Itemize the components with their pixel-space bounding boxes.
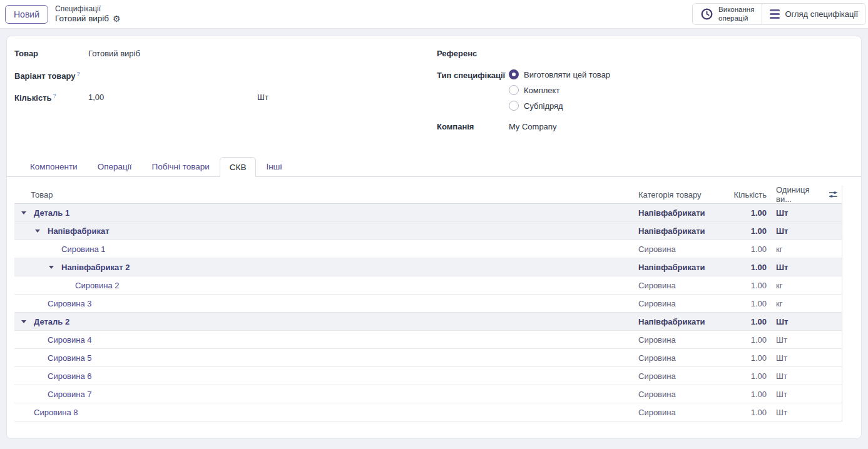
category-cell: Напівфабрикати bbox=[638, 317, 726, 326]
table-row[interactable]: Сировина 3 Сировина 1.00 кг bbox=[14, 295, 842, 313]
column-header-category[interactable]: Категорія товару bbox=[638, 190, 726, 199]
radio-unchecked-icon[interactable] bbox=[509, 85, 519, 95]
column-header-quantity[interactable]: Кількість bbox=[726, 190, 767, 199]
product-name-link[interactable]: Деталь 2 bbox=[34, 317, 69, 326]
quantity-cell: 1.00 bbox=[726, 390, 767, 399]
quantity-cell: 1.00 bbox=[726, 226, 767, 236]
variant-label: Варіант товару? bbox=[14, 69, 88, 83]
category-cell: Сировина bbox=[638, 353, 726, 363]
table-row[interactable]: Сировина 1 Сировина 1.00 кг bbox=[14, 240, 842, 258]
product-value[interactable]: Готовий виріб bbox=[88, 48, 140, 61]
quantity-uom[interactable]: Шт bbox=[257, 93, 268, 105]
category-cell: Сировина bbox=[638, 299, 726, 308]
caret-down-icon[interactable] bbox=[49, 266, 61, 269]
product-name-link[interactable]: Сировина 1 bbox=[61, 245, 106, 254]
table-row[interactable]: Сировина 5 Сировина 1.00 Шт bbox=[14, 349, 842, 367]
caret-down-icon[interactable] bbox=[21, 320, 34, 323]
form-sheet: Товар Готовий виріб Варіант товару? Кіль… bbox=[6, 36, 862, 439]
execute-operations-label-line1: Виконання bbox=[718, 6, 754, 13]
column-header-product[interactable]: Товар bbox=[14, 190, 638, 199]
uom-cell: Шт bbox=[767, 390, 822, 399]
sliders-icon[interactable] bbox=[829, 190, 838, 199]
bom-overview-button[interactable]: Огляд специфікації bbox=[762, 4, 865, 25]
form-area: Товар Готовий виріб Варіант товару? Кіль… bbox=[7, 36, 861, 143]
help-icon[interactable]: ? bbox=[76, 71, 79, 77]
product-name-link[interactable]: Сировина 7 bbox=[48, 390, 92, 399]
quantity-cell: 1.00 bbox=[726, 263, 767, 272]
field-variant: Варіант товару? bbox=[14, 69, 437, 83]
tab-components[interactable]: Компоненти bbox=[20, 157, 88, 176]
table-row[interactable]: Сировина 8 Сировина 1.00 Шт bbox=[14, 403, 842, 421]
quantity-cell: 1.00 bbox=[726, 335, 767, 345]
table-row[interactable]: Сировина 7 Сировина 1.00 Шт bbox=[14, 385, 842, 403]
company-label: Компанія bbox=[437, 121, 509, 134]
execute-operations-label-line2: операцій bbox=[718, 14, 748, 22]
category-cell: Сировина bbox=[638, 281, 726, 290]
category-cell: Напівфабрикати bbox=[638, 263, 726, 272]
radio-checked-icon[interactable] bbox=[509, 69, 519, 79]
field-bom-type: Тип специфікації Виготовляти цей товар К… bbox=[437, 69, 854, 111]
product-name-link[interactable]: Деталь 1 bbox=[34, 208, 69, 218]
company-value[interactable]: My Company bbox=[509, 121, 557, 134]
breadcrumb-current: Готовий виріб bbox=[55, 14, 109, 24]
bom-structure-table: Товар Категорія товару Кількість Одиниця… bbox=[14, 186, 842, 421]
uom-cell: Шт bbox=[767, 208, 822, 218]
tab-byproducts[interactable]: Побічні товари bbox=[141, 157, 219, 176]
menu-icon bbox=[770, 9, 780, 19]
stat-button-group: Виконання операцій Огляд специфікації bbox=[692, 3, 866, 26]
breadcrumb-parent-link[interactable]: Специфікації bbox=[55, 4, 121, 14]
breadcrumb: Специфікації Готовий виріб ⚙ bbox=[55, 4, 121, 24]
table-row[interactable]: Сировина 4 Сировина 1.00 Шт bbox=[14, 331, 842, 349]
radio-option-manufacture[interactable]: Виготовляти цей товар bbox=[509, 69, 610, 79]
radio-option-subcontract[interactable]: Субпідряд bbox=[509, 101, 610, 111]
tab-misc[interactable]: Інші bbox=[256, 157, 292, 176]
caret-down-icon[interactable] bbox=[35, 230, 48, 233]
execute-operations-button[interactable]: Виконання операцій bbox=[693, 4, 762, 25]
category-cell: Сировина bbox=[638, 371, 726, 381]
caret-down-icon[interactable] bbox=[21, 211, 34, 214]
product-name-link[interactable]: Сировина 4 bbox=[48, 335, 92, 345]
category-cell: Напівфабрикати bbox=[638, 226, 726, 236]
product-name-link[interactable]: Сировина 3 bbox=[48, 299, 92, 308]
category-cell: Сировина bbox=[638, 408, 726, 417]
uom-cell: Шт bbox=[767, 371, 822, 381]
tab-skv[interactable]: СКВ bbox=[220, 157, 257, 177]
field-product: Товар Готовий виріб bbox=[14, 48, 437, 61]
product-name-link[interactable]: Сировина 6 bbox=[48, 371, 92, 381]
radio-option-label: Виготовляти цей товар bbox=[524, 70, 610, 79]
uom-cell: кг bbox=[767, 245, 822, 254]
quantity-cell: 1.00 bbox=[726, 281, 767, 290]
table-row[interactable]: Деталь 1 Напівфабрикати 1.00 Шт bbox=[14, 204, 842, 222]
quantity-cell: 1.00 bbox=[726, 245, 767, 254]
quantity-cell: 1.00 bbox=[726, 317, 767, 326]
product-name-link[interactable]: Сировина 8 bbox=[34, 408, 78, 417]
radio-unchecked-icon[interactable] bbox=[509, 101, 519, 111]
product-name-link[interactable]: Напівфабрикат 2 bbox=[61, 263, 130, 272]
table-row[interactable]: Сировина 2 Сировина 1.00 кг bbox=[14, 276, 842, 295]
product-name-link[interactable]: Сировина 5 bbox=[48, 353, 92, 363]
gear-icon[interactable]: ⚙ bbox=[113, 14, 121, 23]
product-label: Товар bbox=[14, 48, 88, 61]
uom-cell: Шт bbox=[767, 408, 822, 417]
product-name-link[interactable]: Сировина 2 bbox=[75, 281, 120, 290]
table-row[interactable]: Напівфабрикат Напівфабрикати 1.00 Шт bbox=[14, 222, 842, 240]
notebook-tabs: Компоненти Операції Побічні товари СКВ І… bbox=[7, 157, 861, 177]
table-row[interactable]: Деталь 2 Напівфабрикати 1.00 Шт bbox=[14, 313, 842, 331]
table-row[interactable]: Сировина 6 Сировина 1.00 Шт bbox=[14, 367, 842, 385]
field-reference: Референс bbox=[437, 48, 854, 61]
help-icon[interactable]: ? bbox=[53, 93, 56, 99]
quantity-label: Кількість? bbox=[14, 91, 88, 105]
radio-option-kit[interactable]: Комплект bbox=[509, 85, 610, 95]
product-name-link[interactable]: Напівфабрикат bbox=[48, 226, 110, 236]
new-button[interactable]: Новий bbox=[5, 5, 48, 24]
radio-option-label: Субпідряд bbox=[524, 101, 563, 111]
reference-label: Референс bbox=[437, 48, 509, 61]
column-header-uom[interactable]: Одиниця ви... bbox=[767, 185, 822, 204]
quantity-cell: 1.00 bbox=[726, 299, 767, 308]
tab-operations[interactable]: Операції bbox=[88, 157, 142, 176]
table-row[interactable]: Напівфабрикат 2 Напівфабрикати 1.00 Шт bbox=[14, 258, 842, 276]
quantity-input[interactable]: 1,00 bbox=[88, 93, 257, 105]
top-navbar: Новий Специфікації Готовий виріб ⚙ Викон… bbox=[0, 0, 868, 29]
quantity-cell: 1.00 bbox=[726, 208, 767, 218]
quantity-cell: 1.00 bbox=[726, 353, 767, 363]
